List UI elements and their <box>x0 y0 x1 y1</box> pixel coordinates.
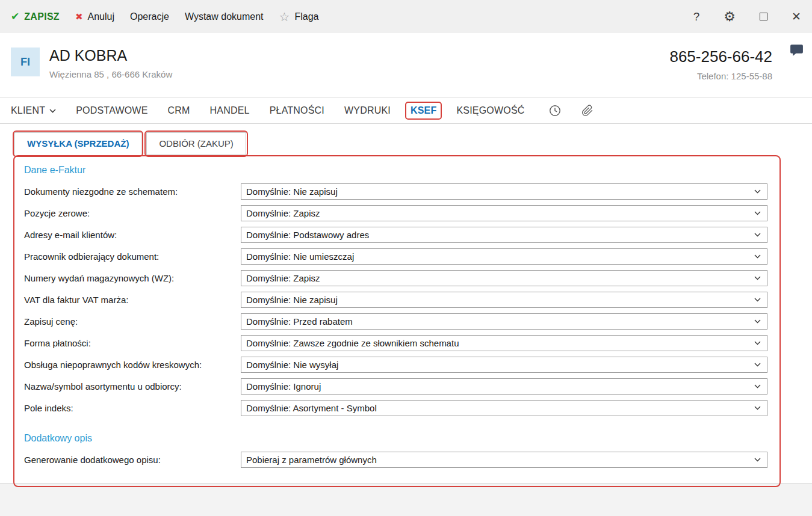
section-title-dane-e-faktur: Dane e-Faktur <box>24 165 801 176</box>
toolbar: ✔ ZAPISZ ✖ Anuluj Operacje Wystaw dokume… <box>0 0 812 33</box>
phone-label: Telefon: 125-55-88 <box>669 71 772 81</box>
form-label: Numery wydań magazynowych (WZ): <box>24 273 241 283</box>
cancel-button[interactable]: ✖ Anuluj <box>75 11 114 22</box>
tab-ksiegowosc-label: KSIĘGOWOŚĆ <box>456 105 524 116</box>
section-rows-dane-e-faktur: Dokumenty niezgodne ze schematem: Domyśl… <box>11 180 801 419</box>
subtab-wysylka-label: WYSYŁKA (SPRZEDAŻ) <box>27 138 129 149</box>
form-row: Pozycje zerowe: Domyślnie: Zapisz <box>11 202 801 224</box>
tab-platnosci[interactable]: PŁATNOŚCI <box>270 105 324 116</box>
company-name: AD KOBRA <box>49 48 172 64</box>
dropdown-select[interactable]: Domyślnie: Zapisz <box>241 270 767 286</box>
dropdown-value: Domyślnie: Zawsze zgodnie ze słownikiem … <box>246 338 459 348</box>
gear-icon[interactable]: ⚙ <box>724 9 736 25</box>
form-label: Obsługa niepoprawnych kodów kreskowych: <box>24 360 241 370</box>
dropdown-select[interactable]: Domyślnie: Zapisz <box>241 205 767 221</box>
form-row: Pole indeks: Domyślnie: Asortyment - Sym… <box>11 397 801 419</box>
tab-ksef[interactable]: KSEF <box>411 105 436 116</box>
maximize-icon[interactable] <box>760 13 767 20</box>
tab-klient-label: KLIENT <box>11 105 45 116</box>
maximize-glyph <box>760 13 767 20</box>
section-title-dodatkowy-opis: Dodatkowy opis <box>24 433 801 444</box>
form-row: Generowanie dodatkowego opisu: Pobieraj … <box>11 449 801 470</box>
app-window: ✔ ZAPISZ ✖ Anuluj Operacje Wystaw dokume… <box>0 0 812 516</box>
dropdown-select[interactable]: Pobieraj z parametrów głównych <box>241 452 767 468</box>
dropdown-select[interactable]: Domyślnie: Nie zapisuj <box>241 183 767 200</box>
save-button[interactable]: ✔ ZAPISZ <box>11 10 60 23</box>
tab-wydruki[interactable]: WYDRUKI <box>344 105 391 116</box>
tab-crm-label: CRM <box>168 105 190 116</box>
form-label: Generowanie dodatkowego opisu: <box>24 455 241 465</box>
help-icon[interactable]: ? <box>693 10 700 23</box>
chevron-down-icon <box>754 406 761 410</box>
record-type-badge: FI <box>11 48 40 76</box>
subtab-odbior-zakup[interactable]: ODBIÓR (ZAKUP) <box>146 132 246 155</box>
comment-icon[interactable] <box>789 43 805 60</box>
form-row: VAT dla faktur VAT marża: Domyślnie: Nie… <box>11 289 801 310</box>
window-controls: ? ⚙ ✕ <box>693 9 801 25</box>
tab-wydruki-label: WYDRUKI <box>344 105 391 116</box>
chevron-down-icon <box>754 384 761 389</box>
form-label: Pole indeks: <box>24 403 241 413</box>
form-label: Dokumenty niezgodne ze schematem: <box>24 186 241 197</box>
company-ids: 865-256-66-42 Telefon: 125-55-88 <box>669 48 801 81</box>
paperclip-icon[interactable] <box>581 105 594 117</box>
form-row: Nazwa/symbol asortymentu u odbiorcy: Dom… <box>11 375 801 397</box>
chevron-down-icon <box>754 276 761 280</box>
operations-button[interactable]: Operacje <box>130 11 169 22</box>
form-label: VAT dla faktur VAT marża: <box>24 295 241 305</box>
close-icon[interactable]: ✕ <box>792 10 801 23</box>
dropdown-select[interactable]: Domyślnie: Ignoruj <box>241 378 767 395</box>
issue-document-button[interactable]: Wystaw dokument <box>185 11 264 22</box>
flag-button-label: Flaga <box>294 11 318 22</box>
operations-button-label: Operacje <box>130 11 169 22</box>
main-tabbar: KLIENT PODSTAWOWE CRM HANDEL PŁATNOŚCI W… <box>0 97 812 124</box>
chevron-down-icon <box>754 233 761 237</box>
dropdown-value: Domyślnie: Zapisz <box>246 273 320 283</box>
tab-podstawowe-label: PODSTAWOWE <box>76 105 147 116</box>
form-row: Zapisuj cenę: Domyślnie: Przed rabatem <box>11 310 801 332</box>
chevron-down-icon <box>754 341 761 345</box>
tab-handel-label: HANDEL <box>210 105 250 116</box>
dropdown-select[interactable]: Domyślnie: Przed rabatem <box>241 313 767 330</box>
record-header: FI AD KOBRA Więzienna 85 , 66-666 Kraków… <box>0 33 812 97</box>
star-icon: ☆ <box>279 11 290 23</box>
dropdown-value: Pobieraj z parametrów głównych <box>246 455 377 465</box>
dropdown-select[interactable]: Domyślnie: Podstawowy adres <box>241 227 767 243</box>
dropdown-value: Domyślnie: Nie zapisuj <box>246 186 338 197</box>
chevron-down-icon <box>49 109 56 113</box>
tab-crm[interactable]: CRM <box>168 105 190 116</box>
dropdown-select[interactable]: Domyślnie: Nie wysyłaj <box>241 357 767 373</box>
dropdown-value: Domyślnie: Nie umieszczaj <box>246 251 354 262</box>
footer-strip <box>0 483 812 516</box>
ksef-form: Dane e-Faktur Dokumenty niezgodne ze sch… <box>11 155 801 487</box>
chevron-down-icon <box>754 298 761 302</box>
form-row: Pracownik odbierający dokument: Domyślni… <box>11 245 801 267</box>
tab-handel[interactable]: HANDEL <box>210 105 250 116</box>
dropdown-value: Domyślnie: Przed rabatem <box>246 316 353 327</box>
tab-klient[interactable]: KLIENT <box>11 105 56 116</box>
history-icon[interactable] <box>548 104 562 117</box>
subtab-wysylka-sprzedaz[interactable]: WYSYŁKA (SPRZEDAŻ) <box>14 132 141 155</box>
save-button-label: ZAPISZ <box>24 11 60 22</box>
form-label: Zapisuj cenę: <box>24 316 241 327</box>
dropdown-select[interactable]: Domyślnie: Asortyment - Symbol <box>241 400 767 416</box>
flag-button[interactable]: ☆ Flaga <box>279 11 319 23</box>
dropdown-select[interactable]: Domyślnie: Nie umieszczaj <box>241 248 767 265</box>
form-row: Obsługa niepoprawnych kodów kreskowych: … <box>11 354 801 375</box>
form-row: Adresy e-mail klientów: Domyślnie: Podst… <box>11 224 801 245</box>
x-icon: ✖ <box>75 11 83 22</box>
company-info: AD KOBRA Więzienna 85 , 66-666 Kraków <box>49 48 172 79</box>
chevron-down-icon <box>754 458 761 462</box>
tab-platnosci-label: PŁATNOŚCI <box>270 105 324 116</box>
chevron-down-icon <box>754 319 761 324</box>
check-icon: ✔ <box>11 10 19 23</box>
dropdown-value: Domyślnie: Asortyment - Symbol <box>246 403 377 413</box>
tab-podstawowe[interactable]: PODSTAWOWE <box>76 105 147 116</box>
dropdown-select[interactable]: Domyślnie: Nie zapisuj <box>241 292 767 308</box>
company-address: Więzienna 85 , 66-666 Kraków <box>49 69 172 79</box>
form-label: Forma płatności: <box>24 338 241 348</box>
section-rows-dodatkowy-opis: Generowanie dodatkowego opisu: Pobieraj … <box>11 449 801 470</box>
tab-ksiegowosc[interactable]: KSIĘGOWOŚĆ <box>456 105 524 116</box>
dropdown-value: Domyślnie: Nie zapisuj <box>246 295 338 305</box>
dropdown-select[interactable]: Domyślnie: Zawsze zgodnie ze słownikiem … <box>241 335 767 351</box>
